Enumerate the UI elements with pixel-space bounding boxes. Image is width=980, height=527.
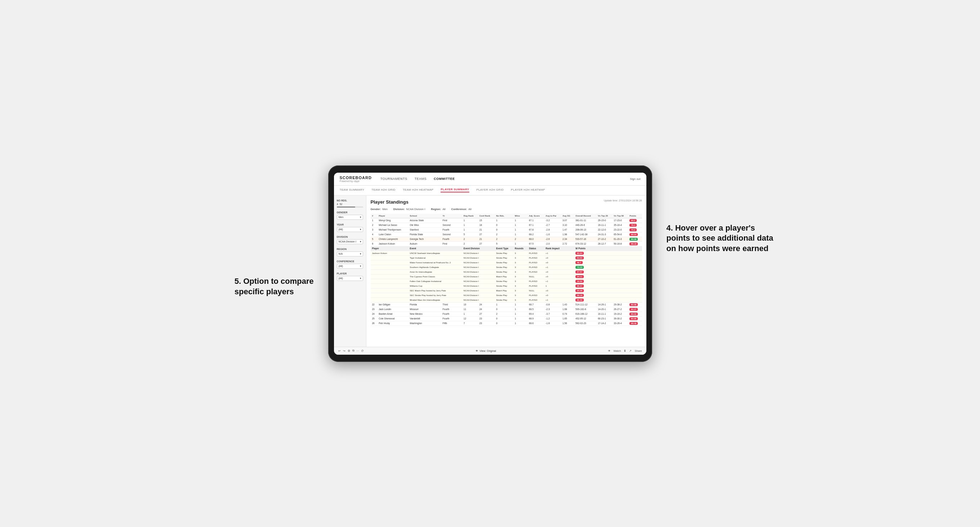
tooltip-data-row: Tiger Invitational NCAA Division I Strok… [371,256,642,260]
nav-left: SCOREBOARD Powered by clippi TOURNAMENTS… [340,176,455,183]
tooltip-w-points[interactable]: 37.57 [576,270,584,273]
tooltip-data-row: Fallen Oak Collegiate Invitational NCAA … [371,279,642,284]
more-icon[interactable]: ··· [357,349,359,352]
tooltip-w-points[interactable]: 53.60 [576,257,584,259]
chevron-down-icon-year: ▾ [360,228,361,231]
tooltip-w-points[interactable]: 46.7 [576,261,583,264]
col-player: Player [377,214,408,218]
sub-nav: TEAM SUMMARY TEAM H2H GRID TEAM H2H HEAT… [334,186,646,196]
sub-nav-team-h2h-grid[interactable]: TEAM H2H GRID [371,188,396,192]
chevron-down-icon-conf: ▾ [360,265,361,268]
tooltip-w-points[interactable]: 60.64 [576,252,584,255]
table-row: 6 Jackson Kolson Auburn First 2 27 5 1 6… [371,241,642,246]
points-badge[interactable]: 88.54 [630,233,638,236]
col-wins: Wins [513,214,528,218]
undo-icon[interactable]: ↩ [338,349,341,352]
toolbar-left: ↩ ↪ ⚙ ⧉ ··· ⏱ [338,349,364,352]
sub-nav-player-h2h-heatmap[interactable]: PLAYER H2H HEATMAP [511,188,545,192]
watch-label[interactable]: Watch [614,349,621,352]
tooltip-w-points[interactable]: 56.18 [576,294,584,297]
tooltip-w-points[interactable]: 24.11 [576,275,584,278]
points-badge[interactable]: 80.58 [630,303,638,306]
points-badge[interactable]: 88.18 [630,243,638,245]
tooltip-w-points[interactable]: 25.38 [576,289,584,292]
view-label[interactable]: View: Original [479,349,496,352]
col-avg-sg: Avg SG [561,214,574,218]
tooltip-data-row: SEC Match Play hosted by Jerry Pate NCAA… [371,288,642,293]
share-icon: ↗ [629,349,632,352]
sidebar-region-control[interactable]: N/A ▾ [337,251,363,257]
sign-out-link[interactable]: Sign out [630,177,640,181]
col-rank: # [371,214,377,218]
sub-nav-player-summary[interactable]: PLAYER SUMMARY [441,188,469,192]
tooltip-data-row: Amer An Intercollegiate NCAA Division I … [371,270,642,274]
update-time: Update time: 27/01/2024 16:56:26 [604,199,642,202]
tablet-frame: SCOREBOARD Powered by clippi TOURNAMENTS… [328,165,652,362]
sidebar-player-control[interactable]: (All) ▾ [337,276,363,281]
sidebar-year-control[interactable]: (All) ▾ [337,227,363,232]
tooltip-w-points[interactable]: 73.33 [576,266,584,269]
sidebar-gender-control[interactable]: Men ▾ [337,215,363,220]
sidebar-region-section: Region N/A ▾ [337,248,363,257]
tooltip-w-points[interactable]: 16.50 [576,280,584,283]
no-rds-max: 52 [339,203,342,205]
col-school: School [409,214,441,218]
watch-icon: 👁 [608,349,611,352]
sidebar-conference-control[interactable]: (All) ▾ [337,264,363,269]
sidebar-player-label: Player [337,272,363,275]
points-badge[interactable]: 76.3 [630,224,637,227]
share-label[interactable]: Share [635,349,642,352]
points-badge-highlighted[interactable]: 80.09 [630,238,638,241]
chevron-down-icon-player: ▾ [360,277,361,280]
slider-track[interactable] [337,206,363,208]
main-content: No Rds. 4 52 Gender Men ▾ [334,196,646,347]
nav-teams[interactable]: TEAMS [415,177,427,181]
sidebar: No Rds. 4 52 Gender Men ▾ [334,196,366,347]
points-badge[interactable]: 80.02 [630,313,638,316]
nav-right: Sign out [630,177,640,181]
tooltip-w-points[interactable]: 66.40 [576,298,584,302]
points-badge[interactable]: 66.2 [630,219,637,222]
nav-tournaments[interactable]: TOURNAMENTS [380,177,407,181]
table-row: 24 Bastien Amat New Mexico Fourth 1 27 2… [371,311,642,316]
filters-row: Gender: Men Division: NCAA Division I Re… [371,208,642,211]
sub-nav-team-h2h-heatmap[interactable]: TEAM H2H HEATMAP [403,188,434,192]
sidebar-conference-section: Conference (All) ▾ [337,260,363,269]
content-area: Player Standings Update time: 27/01/2024… [366,196,646,347]
content-header: Player Standings Update time: 27/01/2024… [371,199,642,205]
points-badge[interactable]: 88.49 [630,322,638,325]
sidebar-no-rds-label: No Rds. [337,199,363,202]
no-rds-min: 4 [337,203,338,205]
col-record: Overall Record [574,214,597,218]
player-standings-table: # Player School Yr Reg Rank Conf Rank No… [371,214,642,326]
tooltip-w-points[interactable]: 30.47 [576,284,584,287]
tooltip-data-row: Southern Highlands Collegiate NCAA Divis… [371,265,642,270]
nav-committee[interactable]: COMMITTEE [434,177,455,181]
download-icon[interactable]: ⬇ [624,349,626,352]
chevron-down-icon: ▾ [360,216,361,219]
table-row: 2 Michael La Sasso Ole Miss Second 1 18 … [371,223,642,227]
tooltip-data-row: Wake Forest Invitational at Pinehurst No… [371,260,642,265]
col-adj-score: Adj. Score [528,214,544,218]
col-vs50: Vs Top 50 [612,214,628,218]
sidebar-year-section: Year (All) ▾ [337,224,363,232]
points-badge[interactable]: 80.27 [630,308,638,311]
filter-gender: Gender: Men [371,208,388,211]
table-row: 26 Petr Hruby Washington Fifth 7 23 0 1 … [371,321,642,325]
toolbar-right: 👁 Watch ⬇ ↗ Share [608,349,642,352]
copy-icon[interactable]: ⧉ [352,349,355,352]
sub-nav-team-summary[interactable]: TEAM SUMMARY [340,188,364,192]
sidebar-division-control[interactable]: NCAA Division I ▾ [337,239,363,244]
redo-icon[interactable]: ↪ [343,349,345,352]
col-conf-rank: Conf Rank [478,214,495,218]
table-row: 25 Cole Sherwood Vanderbilt Fourth 12 23… [371,316,642,321]
sub-nav-player-h2h-grid[interactable]: PLAYER H2H GRID [477,188,504,192]
tooltip-data-row: The Cypress Point Classic NCAA Division … [371,274,642,279]
points-badge[interactable]: 80.95 [630,317,638,320]
clock-icon[interactable]: ⏱ [361,349,364,352]
table-row: 3 Michael Thorbjornsen Stanford Fourth 1… [371,227,642,232]
filter-division: Division: NCAA Division I [393,208,425,211]
settings-icon[interactable]: ⚙ [348,349,350,352]
points-badge[interactable]: 70.2 [630,229,637,231]
table-row: 4 Luke Claton Florida State Second 5 27 … [371,232,642,237]
